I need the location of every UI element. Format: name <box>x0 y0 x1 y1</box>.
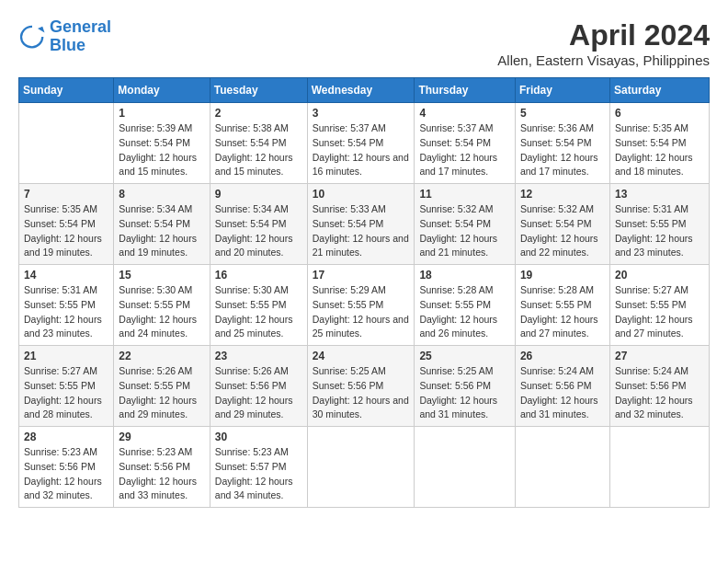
daylight-text: Daylight: 12 hours and 31 minutes. <box>419 395 497 420</box>
sunrise-text: Sunrise: 5:36 AM <box>520 122 594 133</box>
sunset-text: Sunset: 5:56 PM <box>215 380 287 391</box>
calendar-subtitle: Allen, Eastern Visayas, Philippines <box>497 52 710 68</box>
day-cell: 23 Sunrise: 5:26 AM Sunset: 5:56 PM Dayl… <box>210 346 307 427</box>
day-cell: 22 Sunrise: 5:26 AM Sunset: 5:55 PM Dayl… <box>114 346 210 427</box>
day-number: 1 <box>119 107 204 120</box>
daylight-text: Daylight: 12 hours and 19 minutes. <box>24 233 102 259</box>
day-number: 22 <box>119 350 204 362</box>
sunrise-text: Sunrise: 5:33 AM <box>313 203 386 214</box>
header-cell-friday: Friday <box>515 78 609 103</box>
daylight-text: Daylight: 12 hours and 23 minutes. <box>615 233 693 259</box>
header-cell-monday: Monday <box>114 78 210 103</box>
sunrise-text: Sunrise: 5:32 AM <box>520 203 594 214</box>
sunset-text: Sunset: 5:54 PM <box>215 137 287 148</box>
calendar-header: SundayMondayTuesdayWednesdayThursdayFrid… <box>19 78 710 103</box>
sunrise-text: Sunrise: 5:35 AM <box>24 203 97 214</box>
day-info: Sunrise: 5:26 AM Sunset: 5:56 PM Dayligh… <box>215 364 302 422</box>
week-row-3: 14 Sunrise: 5:31 AM Sunset: 5:55 PM Dayl… <box>19 265 710 346</box>
sunrise-text: Sunrise: 5:27 AM <box>615 284 688 295</box>
daylight-text: Daylight: 12 hours and 30 minutes. <box>313 395 409 420</box>
daylight-text: Daylight: 12 hours and 22 minutes. <box>520 233 598 259</box>
day-info: Sunrise: 5:33 AM Sunset: 5:54 PM Dayligh… <box>313 202 410 260</box>
day-info: Sunrise: 5:37 AM Sunset: 5:54 PM Dayligh… <box>313 121 410 179</box>
day-info: Sunrise: 5:34 AM Sunset: 5:54 PM Dayligh… <box>119 202 204 260</box>
day-number: 24 <box>313 350 410 362</box>
day-cell: 6 Sunrise: 5:35 AM Sunset: 5:54 PM Dayli… <box>609 103 709 184</box>
sunset-text: Sunset: 5:56 PM <box>119 461 190 472</box>
day-number: 29 <box>119 431 204 443</box>
day-number: 4 <box>419 107 510 120</box>
day-number: 25 <box>419 350 510 362</box>
day-cell: 12 Sunrise: 5:32 AM Sunset: 5:54 PM Dayl… <box>515 184 609 265</box>
sunset-text: Sunset: 5:55 PM <box>615 218 687 229</box>
calendar-table: SundayMondayTuesdayWednesdayThursdayFrid… <box>18 77 710 508</box>
calendar-title: April 2024 <box>497 18 710 52</box>
day-number: 16 <box>215 269 302 282</box>
sunrise-text: Sunrise: 5:23 AM <box>119 446 192 457</box>
sunrise-text: Sunrise: 5:25 AM <box>313 365 386 376</box>
day-cell <box>415 427 516 508</box>
day-cell: 17 Sunrise: 5:29 AM Sunset: 5:55 PM Dayl… <box>307 265 415 346</box>
day-number: 28 <box>24 431 108 443</box>
page-header: General Blue April 2024 Allen, Eastern V… <box>18 18 710 68</box>
sunrise-text: Sunrise: 5:28 AM <box>520 284 594 295</box>
day-number: 5 <box>520 107 605 120</box>
day-info: Sunrise: 5:35 AM Sunset: 5:54 PM Dayligh… <box>615 121 704 179</box>
daylight-text: Daylight: 12 hours and 28 minutes. <box>24 395 102 420</box>
sunset-text: Sunset: 5:54 PM <box>313 218 384 229</box>
day-number: 11 <box>419 188 510 201</box>
day-cell: 2 Sunrise: 5:38 AM Sunset: 5:54 PM Dayli… <box>210 103 307 184</box>
day-number: 30 <box>215 431 302 443</box>
day-number: 6 <box>615 107 704 120</box>
day-number: 10 <box>313 188 410 201</box>
sunset-text: Sunset: 5:55 PM <box>313 299 384 310</box>
day-info: Sunrise: 5:28 AM Sunset: 5:55 PM Dayligh… <box>419 283 510 341</box>
sunset-text: Sunset: 5:54 PM <box>119 218 190 229</box>
daylight-text: Daylight: 12 hours and 29 minutes. <box>119 395 197 420</box>
sunset-text: Sunset: 5:56 PM <box>520 380 592 391</box>
day-info: Sunrise: 5:35 AM Sunset: 5:54 PM Dayligh… <box>24 202 108 260</box>
day-info: Sunrise: 5:31 AM Sunset: 5:55 PM Dayligh… <box>615 202 704 260</box>
sunrise-text: Sunrise: 5:32 AM <box>419 203 493 214</box>
day-number: 12 <box>520 188 605 201</box>
day-number: 15 <box>119 269 204 282</box>
sunrise-text: Sunrise: 5:25 AM <box>419 365 493 376</box>
day-cell <box>515 427 609 508</box>
day-cell: 3 Sunrise: 5:37 AM Sunset: 5:54 PM Dayli… <box>307 103 415 184</box>
day-number: 27 <box>615 350 704 362</box>
sunset-text: Sunset: 5:55 PM <box>419 299 491 310</box>
day-number: 3 <box>313 107 410 120</box>
day-info: Sunrise: 5:26 AM Sunset: 5:55 PM Dayligh… <box>119 364 204 422</box>
sunrise-text: Sunrise: 5:24 AM <box>520 365 594 376</box>
daylight-text: Daylight: 12 hours and 31 minutes. <box>520 395 598 420</box>
sunrise-text: Sunrise: 5:24 AM <box>615 365 688 376</box>
daylight-text: Daylight: 12 hours and 27 minutes. <box>615 314 693 339</box>
daylight-text: Daylight: 12 hours and 20 minutes. <box>215 233 293 259</box>
day-cell: 15 Sunrise: 5:30 AM Sunset: 5:55 PM Dayl… <box>114 265 210 346</box>
sunrise-text: Sunrise: 5:37 AM <box>419 122 493 133</box>
daylight-text: Daylight: 12 hours and 16 minutes. <box>313 152 409 178</box>
title-block: April 2024 Allen, Eastern Visayas, Phili… <box>497 18 710 68</box>
sunset-text: Sunset: 5:55 PM <box>520 299 592 310</box>
daylight-text: Daylight: 12 hours and 32 minutes. <box>24 476 102 501</box>
day-cell: 18 Sunrise: 5:28 AM Sunset: 5:55 PM Dayl… <box>415 265 516 346</box>
sunrise-text: Sunrise: 5:38 AM <box>215 122 289 133</box>
day-info: Sunrise: 5:30 AM Sunset: 5:55 PM Dayligh… <box>119 283 204 341</box>
daylight-text: Daylight: 12 hours and 19 minutes. <box>119 233 197 259</box>
day-info: Sunrise: 5:27 AM Sunset: 5:55 PM Dayligh… <box>24 364 108 422</box>
sunrise-text: Sunrise: 5:27 AM <box>24 365 97 376</box>
sunset-text: Sunset: 5:55 PM <box>215 299 287 310</box>
day-info: Sunrise: 5:27 AM Sunset: 5:55 PM Dayligh… <box>615 283 704 341</box>
daylight-text: Daylight: 12 hours and 32 minutes. <box>615 395 693 420</box>
day-info: Sunrise: 5:28 AM Sunset: 5:55 PM Dayligh… <box>520 283 605 341</box>
sunrise-text: Sunrise: 5:34 AM <box>119 203 192 214</box>
day-number: 26 <box>520 350 605 362</box>
day-cell: 28 Sunrise: 5:23 AM Sunset: 5:56 PM Dayl… <box>19 427 114 508</box>
sunset-text: Sunset: 5:54 PM <box>520 137 592 148</box>
week-row-2: 7 Sunrise: 5:35 AM Sunset: 5:54 PM Dayli… <box>19 184 710 265</box>
header-cell-wednesday: Wednesday <box>307 78 415 103</box>
week-row-4: 21 Sunrise: 5:27 AM Sunset: 5:55 PM Dayl… <box>19 346 710 427</box>
day-cell: 26 Sunrise: 5:24 AM Sunset: 5:56 PM Dayl… <box>515 346 609 427</box>
day-info: Sunrise: 5:24 AM Sunset: 5:56 PM Dayligh… <box>615 364 704 422</box>
sunset-text: Sunset: 5:54 PM <box>419 218 491 229</box>
